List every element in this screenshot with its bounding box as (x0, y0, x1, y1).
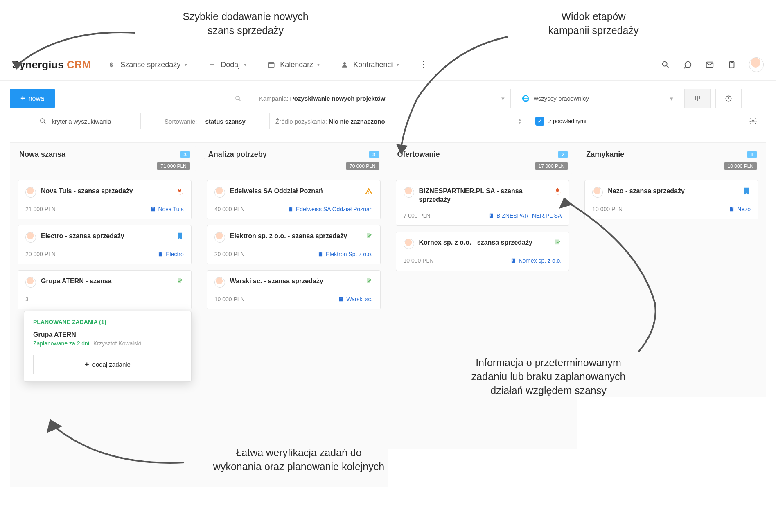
chevron-down-icon: ▾ (317, 62, 320, 68)
card-company-link[interactable]: Nezo (729, 206, 751, 212)
column-sum-badge: 71 000 PLN (157, 162, 189, 170)
card-company-link[interactable]: Elektron Sp. z o.o. (318, 251, 372, 257)
campaign-select[interactable]: Kampania: Pozyskiwanie nowych projektów … (253, 89, 511, 108)
kanban-view-button[interactable] (684, 89, 711, 108)
filter-bar: nowa Kampania: Pozyskiwanie nowych proje… (0, 81, 776, 129)
card-title: Nova Tuls - szansa sprzedaży (41, 187, 171, 196)
user-icon (340, 60, 349, 69)
svg-point-8 (236, 96, 239, 100)
settings-button[interactable] (740, 113, 766, 129)
card-company-link[interactable]: Warski sc. (338, 296, 372, 302)
sort-select[interactable]: Sortowanie: status szansy (146, 113, 264, 129)
field-label: Sortowanie: (165, 118, 197, 125)
svg-rect-48 (340, 300, 341, 300)
card-value: 10 000 PLN (592, 206, 623, 212)
opportunity-card[interactable]: Grupa ATERN - szansa 3 (18, 270, 192, 309)
nav-sales[interactable]: $ Szanse sprzedaży ▾ (107, 60, 187, 69)
svg-rect-29 (289, 207, 292, 212)
column-sum-badge: 70 000 PLN (346, 162, 379, 170)
card-company-link[interactable]: Kornex sp. z o.o. (510, 257, 562, 264)
field-label: Źródło pozyskania: (275, 118, 327, 125)
svg-rect-57 (512, 258, 515, 263)
svg-rect-69 (731, 210, 731, 210)
opportunity-card[interactable]: Nezo - szansa sprzedaży 10 000 PLN Nezo (584, 180, 758, 219)
search-icon[interactable] (661, 60, 670, 70)
chevron-down-icon: ▾ (670, 95, 673, 102)
topbar-right (661, 57, 764, 72)
user-avatar[interactable] (749, 57, 764, 72)
card-company-link[interactable]: Electro (158, 251, 184, 257)
criteria-button[interactable]: kryteria wyszukiwania (10, 113, 141, 129)
card-title: Nezo - szansa sprzedaży (608, 187, 738, 196)
opportunity-card[interactable]: Elektron sp. z o.o. - szansa sprzedaży 2… (207, 225, 381, 264)
new-opportunity-button[interactable]: nowa (10, 89, 55, 108)
svg-point-14 (752, 120, 754, 122)
opportunity-card[interactable]: Nova Tuls - szansa sprzedaży 21 000 PLN … (18, 180, 192, 219)
card-title: Edelweiss SA Oddział Poznań (230, 187, 360, 196)
mail-icon[interactable] (705, 60, 715, 70)
chevron-down-icon: ▾ (244, 62, 246, 68)
annotation-stages: Widok etapów kampanii sprzedaży (503, 10, 684, 38)
svg-rect-31 (291, 208, 291, 208)
card-value: 7 000 PLN (404, 212, 431, 219)
add-task-button[interactable]: dodaj zadanie (33, 355, 182, 374)
search-icon (235, 95, 242, 102)
annotation-add: Szybkie dodawanie nowych szans sprzedaży (139, 10, 352, 38)
svg-rect-19 (153, 209, 154, 209)
globe-icon: 🌐 (522, 95, 530, 102)
main-nav: $ Szanse sprzedaży ▾ Dodaj ▾ Kalendarz ▾… (107, 59, 644, 71)
warn-icon (365, 187, 373, 195)
clipboard-icon[interactable] (727, 60, 737, 70)
card-avatar (404, 187, 414, 198)
more-menu[interactable]: ⋮ (420, 59, 428, 71)
column-header: Ofertowanie 2 17 000 PLN (388, 143, 577, 174)
kanban-column: Analiza potrzeby 3 70 000 PLN Edelweiss … (199, 142, 388, 487)
svg-rect-25 (160, 254, 160, 254)
chat-icon[interactable] (683, 60, 693, 70)
card-company-link[interactable]: BIZNESPARTNER.PL SA (488, 212, 562, 219)
svg-rect-59 (514, 259, 514, 259)
svg-rect-53 (490, 215, 491, 215)
opportunity-card[interactable]: Electro - szansa sprzedaży 20 000 PLN El… (18, 225, 192, 264)
search-input[interactable] (60, 89, 248, 108)
card-company-link[interactable]: Edelweiss SA Oddział Poznań (288, 206, 373, 212)
opportunity-card[interactable]: Warski sc. - szansa sprzedaży 10 000 PLN… (207, 270, 381, 309)
svg-rect-54 (492, 215, 492, 215)
svg-rect-46 (340, 299, 341, 299)
logo-suffix: CRM (67, 59, 91, 71)
nav-contractors[interactable]: Kontrahenci ▾ (340, 60, 399, 69)
svg-rect-18 (152, 209, 152, 209)
column-title: Ofertowanie (397, 150, 440, 159)
fire-icon (176, 187, 184, 195)
column-title: Zamykanie (586, 150, 624, 159)
history-view-button[interactable] (715, 89, 742, 108)
svg-rect-22 (159, 252, 162, 257)
subordinates-checkbox[interactable]: ✓ z podwładnymi (532, 113, 590, 129)
svg-rect-39 (320, 254, 320, 254)
opportunity-card[interactable]: Kornex sp. z o.o. - szansa sprzedaży 10 … (396, 232, 570, 271)
opportunity-card[interactable]: BIZNESPARTNER.PL SA - szansa sprzedaży 7… (396, 180, 570, 226)
source-select[interactable]: Źródło pozyskania: Nic nie zaznaczono ▴▾ (269, 113, 527, 129)
fire-icon (553, 187, 562, 195)
column-sum-badge: 10 000 PLN (724, 162, 757, 170)
svg-rect-68 (732, 209, 733, 209)
updown-icon: ▴▾ (519, 118, 521, 124)
svg-rect-16 (152, 208, 152, 208)
employee-select[interactable]: 🌐wszyscy pracownicy ▾ (516, 89, 679, 108)
nav-calendar[interactable]: Kalendarz ▾ (267, 60, 320, 69)
card-avatar (214, 232, 225, 243)
annotation-overdue: Informacja o przeterminowanym zadaniu lu… (417, 356, 679, 397)
column-count-badge: 3 (369, 151, 379, 158)
svg-rect-40 (321, 254, 321, 254)
svg-rect-55 (490, 216, 491, 216)
card-company-link[interactable]: Nova Tuls (150, 206, 184, 212)
card-avatar (214, 187, 225, 198)
logo-name: Synergius (12, 59, 64, 71)
ok-icon (365, 277, 373, 285)
nav-add[interactable]: Dodaj ▾ (208, 60, 246, 69)
card-title: Kornex sp. z o.o. - szansa sprzedaży (419, 239, 549, 247)
checkbox-checked-icon: ✓ (535, 117, 544, 126)
opportunity-card[interactable]: Edelweiss SA Oddział Poznań 40 000 PLN E… (207, 180, 381, 219)
calendar-icon (267, 60, 276, 69)
field-label: kryteria wyszukiwania (52, 118, 111, 125)
